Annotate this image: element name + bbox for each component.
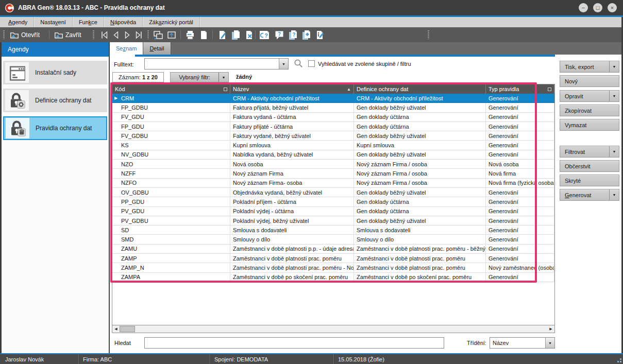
table-cell: NZFO — [112, 179, 230, 188]
ob-erstvit-button[interactable]: Občerstvit — [560, 160, 619, 172]
hledat-input[interactable] — [145, 338, 444, 348]
table-row[interactable]: PP_GDUPokladní příjem - účtárnaGen dokla… — [112, 197, 554, 206]
scrollbar-thumb[interactable] — [120, 326, 135, 332]
maximize-button[interactable]: □ — [593, 3, 602, 12]
menu-item-agendy[interactable]: Agendy — [2, 17, 34, 27]
delete-icon[interactable] — [243, 29, 255, 40]
minimize-button[interactable]: − — [579, 3, 588, 12]
dropdown-arrow-icon[interactable]: ▼ — [609, 91, 619, 101]
tab-seznam[interactable]: Seznam — [110, 42, 143, 55]
table-row[interactable]: ZAMP_NZaměstnanci v době platnosti prac.… — [112, 263, 554, 272]
edit-note-icon[interactable] — [314, 29, 325, 40]
column-header-2[interactable]: Název▲ — [230, 84, 354, 94]
table-cell: Faktura přijatá, běžný uživatel — [230, 103, 354, 112]
table-row[interactable]: SDSmlouva s dodavateliSmlouva s dodavate… — [112, 226, 554, 235]
scroll-left-arrow[interactable]: ◀ — [112, 325, 120, 333]
table-row[interactable]: NZFFNový záznam FirmaNový záznam Firma /… — [112, 169, 554, 178]
opravit-button[interactable]: Opravit▼ — [560, 90, 619, 102]
tisk-export-button[interactable]: Tisk, export▼ — [560, 61, 619, 73]
dropdown-arrow-icon[interactable]: ▼ — [609, 61, 619, 72]
table-row[interactable]: ZAMUZaměstnanci v době platnosti p.p. - … — [112, 245, 554, 254]
table-row[interactable]: FV_GDBUFaktury vydané, běžný uživatelGen… — [112, 131, 554, 141]
table-row[interactable]: NV_GDBUNabídka vydaná, běžný uživatelGen… — [112, 150, 554, 160]
table-row[interactable]: ▶CRMCRM - Aktivity obchodní příležitostC… — [112, 94, 554, 103]
close-agenda-button[interactable]: Zavřít — [52, 29, 83, 40]
tab-detail[interactable]: Detail — [143, 42, 171, 55]
skryt--button[interactable]: Skryté — [560, 175, 619, 186]
fulltext-combobox[interactable]: ▼ — [144, 58, 289, 70]
scroll-right-arrow[interactable]: ▶ — [547, 325, 554, 333]
context-help-icon[interactable]: ? — [274, 29, 285, 40]
nav-prev-icon[interactable] — [110, 29, 122, 40]
table-cell: Zaměstnanci v době platnosti prac. poměr… — [354, 245, 486, 254]
new-page-icon[interactable] — [198, 29, 209, 40]
selected-filter-button[interactable]: Vybraný filtr: ▼ — [170, 72, 229, 82]
menu-item-z-kaznick-port-l[interactable]: Zákaznický portál — [143, 17, 200, 27]
search-in-group-checkbox[interactable] — [308, 60, 315, 67]
column-options-icon[interactable] — [224, 88, 227, 91]
menu-item-funkce[interactable]: Funkce — [73, 17, 104, 27]
open-button[interactable]: Otevřít — [8, 29, 42, 40]
help-document-icon[interactable]: ? — [260, 29, 272, 40]
fulltext-dropdown-button[interactable]: ▼ — [279, 59, 288, 69]
help-topics-icon[interactable]: ? — [287, 29, 298, 40]
column-header-4[interactable]: Typ pravidla — [486, 84, 554, 94]
search-icon[interactable] — [293, 58, 304, 68]
filtrovat-button[interactable]: Filtrovat▼ — [560, 146, 619, 158]
selected-filter-dropdown[interactable]: ▼ — [218, 73, 228, 82]
print-icon[interactable] — [184, 29, 196, 40]
generovat-button[interactable]: Generovat▼ — [560, 189, 619, 201]
table-cell: Generování — [486, 94, 554, 103]
agenda-switch-icon[interactable] — [153, 29, 164, 40]
table-row[interactable]: PV_GDUPokladní výdej - účtárnaGen doklad… — [112, 207, 554, 216]
dropdown-arrow-icon[interactable]: ▼ — [609, 189, 619, 200]
nov--button[interactable]: Nový — [560, 75, 619, 87]
table-row[interactable]: ZAMPAZaměstnanci v době po skočení prac.… — [112, 273, 554, 282]
edit-icon[interactable] — [216, 29, 228, 40]
menu-item-nastaven-[interactable]: Nastavení — [34, 17, 73, 27]
table-row[interactable]: FP_GDBUFaktura přijatá, běžný uživatelGe… — [112, 103, 554, 112]
table-row[interactable]: NZFONový záznam Firma- osobaNový záznam … — [112, 179, 554, 188]
table-row[interactable]: FP_GDUFaktury přijaté - účtárnaGen dokla… — [112, 122, 554, 131]
nav-next-icon[interactable] — [122, 29, 133, 40]
vymazat-button[interactable]: Vymazat — [560, 119, 619, 131]
table-row[interactable]: OV_GDBUObjednávka vydaná, běžný uživatel… — [112, 188, 554, 197]
table-row[interactable]: ZAMPZaměstnanci v době platnosti prac. p… — [112, 254, 554, 263]
related-topics-icon[interactable] — [300, 29, 312, 40]
horizontal-scrollbar[interactable]: ◀ ▶ — [112, 325, 554, 333]
trideni-combobox[interactable]: Název ▼ — [490, 337, 555, 349]
table-row[interactable]: SMDSmlouvy o díloSmlouvy o díloGenerován… — [112, 235, 554, 244]
table-row[interactable]: PV_GDBUPokladní výdej, běžný uživatelGen… — [112, 216, 554, 226]
sidebar-item-instala-n-sady[interactable]: Instalační sady — [3, 61, 107, 84]
table-cell: FP_GDU — [112, 122, 230, 131]
copy-icon[interactable] — [230, 29, 241, 40]
zkop-rovat-button[interactable]: Zkopírovat — [560, 105, 619, 116]
column-header-1[interactable]: Kód — [112, 84, 230, 94]
nav-first-icon[interactable] — [99, 29, 110, 40]
open-new-window-icon[interactable] — [166, 29, 177, 40]
close-button[interactable]: × — [608, 3, 617, 12]
table-row[interactable]: NZONová osobaNový záznam Firma / osobaNo… — [112, 160, 554, 169]
sidebar-item-pravidla-ochrany-dat[interactable]: Pravidla ochrany dat — [3, 116, 107, 140]
selected-filter-label: Vybraný filtr: — [171, 74, 218, 80]
nav-last-icon[interactable] — [133, 29, 144, 40]
sidebar-item-label: Instalační sady — [35, 69, 76, 76]
sidebar-item-label: Definice ochrany dat — [35, 97, 91, 104]
table-row[interactable]: KSKupní smlouvaKupní smlouvaGenerování — [112, 141, 554, 150]
column-header-3[interactable]: Definice ochrany dat — [354, 84, 486, 94]
records-grid: KódNázev▲Definice ochrany datTyp pravidl… — [112, 84, 555, 333]
trideni-dropdown-button[interactable]: ▼ — [545, 338, 554, 348]
table-cell: OV_GDBU — [112, 188, 230, 197]
hledat-field[interactable] — [144, 337, 444, 349]
fulltext-input[interactable] — [145, 59, 279, 69]
dropdown-arrow-icon[interactable]: ▼ — [609, 146, 619, 157]
table-row[interactable]: FV_GDUFaktura vydaná - účtárnaGen doklad… — [112, 113, 554, 122]
table-cell: Nová osoba — [486, 160, 554, 169]
sidebar-item-definice-ochrany-dat[interactable]: Definice ochrany dat — [3, 89, 107, 112]
table-cell: Zaměstnanci v době platnosti prac. poměr… — [354, 263, 486, 272]
menu-item-n-pov-da[interactable]: Nápověda — [104, 17, 143, 27]
table-cell: Gen doklady běžný uživatel — [354, 103, 486, 112]
resize-grip[interactable] — [615, 356, 621, 362]
column-options-icon[interactable] — [548, 88, 551, 91]
toolbar-separator — [180, 30, 181, 39]
